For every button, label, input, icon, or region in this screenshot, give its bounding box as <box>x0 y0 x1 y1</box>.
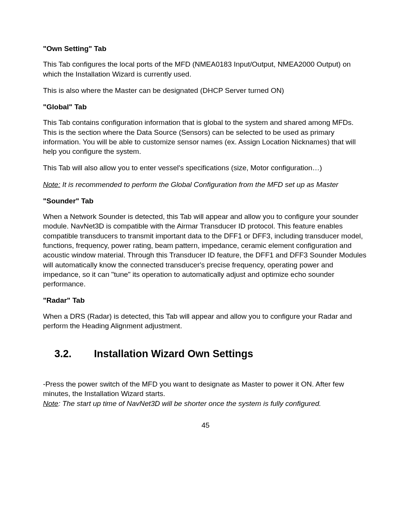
paragraph: This is the section where the Data Sourc… <box>43 128 368 157</box>
paragraph: When a DRS (Radar) is detected, this Tab… <box>43 312 368 331</box>
note-label: Note <box>43 399 58 407</box>
page-number: 45 <box>43 420 368 430</box>
note-text: : The start up time of NavNet3D will be … <box>58 399 321 407</box>
section-title: Installation Wizard Own Settings <box>94 348 253 359</box>
heading-global: "Global" Tab <box>43 102 368 112</box>
note-label: Note: <box>43 181 60 189</box>
document-page: "Own Setting" Tab This Tab configures th… <box>0 0 411 453</box>
paragraph: This Tab contains configuration informat… <box>43 118 368 127</box>
heading-radar: "Radar" Tab <box>43 296 368 305</box>
paragraph: When a Network Sounder is detected, this… <box>43 212 368 289</box>
paragraph: -Press the power switch of the MFD you w… <box>43 379 368 399</box>
section-number: 3.2. <box>54 347 94 361</box>
heading-sounder: "Sounder" Tab <box>43 196 368 206</box>
paragraph: This Tab will also allow you to enter ve… <box>43 163 368 173</box>
note-text: It is recommended to perform the Global … <box>60 181 338 189</box>
paragraph: This Tab configures the local ports of t… <box>43 59 368 79</box>
note: Note: The start up time of NavNet3D will… <box>43 399 368 408</box>
paragraph: This is also where the Master can be des… <box>43 86 368 95</box>
heading-own-setting: "Own Setting" Tab <box>43 44 368 53</box>
note: Note: It is recommended to perform the G… <box>43 180 368 189</box>
section-heading: 3.2.Installation Wizard Own Settings <box>43 347 368 361</box>
